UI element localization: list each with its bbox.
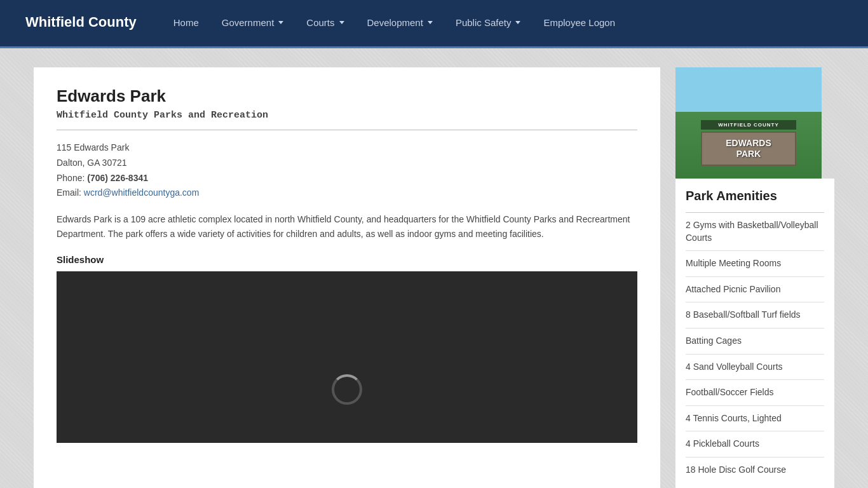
amenities-list: 2 Gyms with Basketball/Volleyball Courts… <box>686 213 824 483</box>
sign-name-block: EDWARDS PARK <box>701 132 796 166</box>
amenity-item-2: Attached Picnic Pavilion <box>686 277 824 303</box>
government-caret <box>278 21 283 24</box>
page-title: Edwards Park <box>57 86 637 106</box>
amenity-item-3: 8 Baseball/Softball Turf fields <box>686 302 824 329</box>
park-sign: WHITFIELD COUNTY EDWARDS PARK <box>701 120 796 166</box>
nav-home[interactable]: Home <box>162 2 210 43</box>
amenity-item-5: 4 Sand Volleyball Courts <box>686 355 824 381</box>
address-line2: Dalton, GA 30721 <box>57 156 637 171</box>
address-block: 115 Edwards Park Dalton, GA 30721 Phone:… <box>57 140 637 201</box>
main-content: Edwards Park Whitfield County Parks and … <box>34 67 660 488</box>
amenity-item-1: Multiple Meeting Rooms <box>686 251 824 277</box>
phone-line: Phone: (706) 226-8341 <box>57 171 637 186</box>
sign-name-line2: PARK <box>709 149 789 159</box>
loading-spinner <box>332 374 362 405</box>
slideshow-label: Slideshow <box>57 254 637 265</box>
nav-public-safety[interactable]: Public Safety <box>444 2 532 43</box>
amenity-item-0: 2 Gyms with Basketball/Volleyball Courts <box>686 213 824 251</box>
content-area: Edwards Park Whitfield County Parks and … <box>34 67 834 488</box>
courts-caret <box>339 21 344 24</box>
amenity-item-7: 4 Tennis Courts, Lighted <box>686 406 824 432</box>
park-description: Edwards Park is a 109 acre athletic comp… <box>57 212 637 241</box>
slideshow-box <box>57 271 637 443</box>
site-brand[interactable]: Whitfield County <box>25 14 137 30</box>
email-line: Email: wcrd@whitfieldcountyga.com <box>57 186 637 201</box>
nav-links: Home Government Courts Development Publi… <box>162 2 627 43</box>
address-line1: 115 Edwards Park <box>57 140 637 156</box>
amenity-item-4: Batting Cages <box>686 329 824 355</box>
title-divider <box>57 130 637 130</box>
public-safety-caret <box>515 21 520 24</box>
park-image: WHITFIELD COUNTY EDWARDS PARK <box>675 67 822 179</box>
phone-label: Phone: <box>57 173 85 183</box>
phone-number: (706) 226-8341 <box>87 173 148 183</box>
development-caret <box>428 21 433 24</box>
nav-development[interactable]: Development <box>356 2 444 43</box>
sidebar: WHITFIELD COUNTY EDWARDS PARK Park Ameni… <box>675 67 834 488</box>
navigation: Whitfield County Home Government Courts … <box>0 0 868 44</box>
amenities-title: Park Amenities <box>686 189 824 203</box>
nav-employee-logon[interactable]: Employee Logon <box>532 2 627 43</box>
amenity-item-6: Football/Soccer Fields <box>686 380 824 406</box>
page-subtitle: Whitfield County Parks and Recreation <box>57 110 637 121</box>
sign-name-line1: EDWARDS <box>709 138 789 149</box>
nav-courts[interactable]: Courts <box>295 2 355 43</box>
email-label: Email: <box>57 187 81 198</box>
nav-government[interactable]: Government <box>210 2 295 43</box>
page-wrapper: Edwards Park Whitfield County Parks and … <box>0 48 868 488</box>
amenity-item-8: 4 Pickleball Courts <box>686 431 824 458</box>
amenity-item-9: 18 Hole Disc Golf Course <box>686 458 824 483</box>
email-link[interactable]: wcrd@whitfieldcountyga.com <box>84 187 200 198</box>
amenities-panel: Park Amenities 2 Gyms with Basketball/Vo… <box>675 179 834 488</box>
sign-county: WHITFIELD COUNTY <box>701 120 796 130</box>
